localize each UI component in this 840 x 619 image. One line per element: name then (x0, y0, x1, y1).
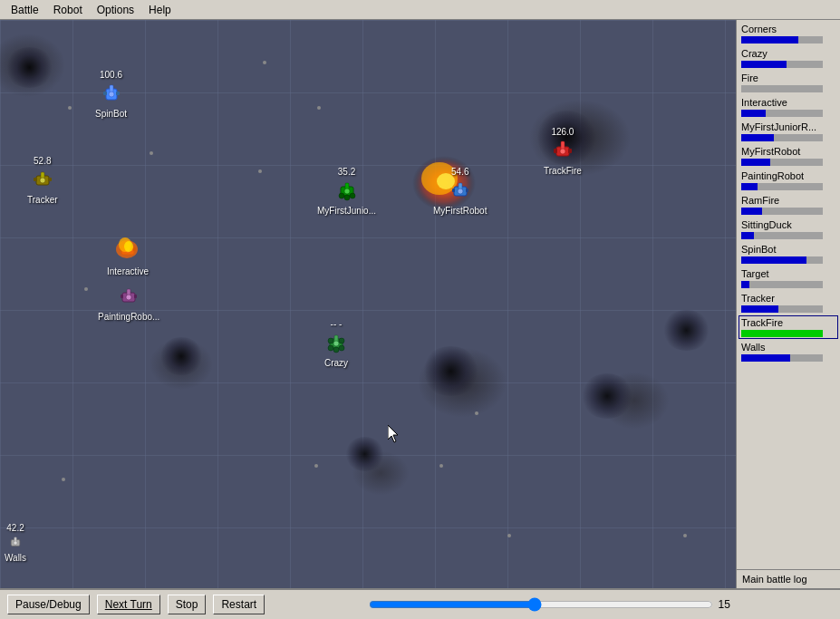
robot-health-bar-bg (741, 330, 823, 337)
damage-mark (5, 47, 54, 88)
svg-rect-38 (127, 289, 130, 296)
svg-rect-32 (121, 246, 134, 255)
robot-icon-tracker (28, 166, 57, 195)
menu-battle[interactable]: Battle (4, 2, 46, 18)
bullet (84, 287, 88, 291)
svg-rect-27 (554, 149, 557, 153)
svg-point-52 (14, 541, 17, 545)
arena-robot-myfirstjunior: 35.2 MyFirstJunio... (317, 167, 376, 216)
robot-health-bar-fill (741, 36, 798, 44)
svg-rect-41 (134, 295, 137, 298)
svg-rect-40 (121, 295, 123, 298)
robot-list-item-tracker[interactable]: Tracker (739, 291, 838, 314)
svg-point-47 (339, 345, 344, 351)
robot-list-name: TrackFire (741, 317, 835, 328)
arena-robot-walls: 42.2 Walls (5, 523, 26, 563)
svg-point-2 (109, 92, 114, 97)
menubar: Battle Robot Options Help (0, 0, 840, 20)
robot-label-myfirstjunior: MyFirstJunio... (317, 206, 376, 216)
svg-point-49 (339, 338, 344, 343)
robot-icon-crazy (322, 329, 351, 358)
bullet (475, 411, 478, 415)
arena[interactable]: 100.6 SpinBot 52.8 (0, 20, 736, 588)
robot-score-walls: 42.2 (6, 523, 24, 533)
battle-log-button[interactable]: Main battle log (737, 569, 840, 588)
restart-button[interactable]: Restart (213, 595, 265, 614)
cursor (388, 425, 401, 445)
robot-list-item-spinbot[interactable]: SpinBot (739, 242, 838, 266)
damage-mark (535, 111, 598, 165)
svg-point-18 (437, 173, 455, 189)
svg-marker-53 (388, 425, 398, 442)
robot-health-bar-bg (741, 208, 823, 215)
robot-list-name: Corners (741, 24, 835, 34)
robot-icon-walls (5, 533, 25, 553)
svg-rect-3 (103, 92, 107, 95)
damage-mark (661, 310, 711, 351)
robot-list-name: Crazy (741, 48, 835, 59)
robot-list-item-ramfire[interactable]: RamFire (739, 193, 838, 217)
svg-point-15 (350, 193, 355, 198)
svg-point-13 (339, 193, 344, 198)
robot-list-item-sittingduck[interactable]: SittingDuck (739, 218, 838, 241)
menu-robot[interactable]: Robot (46, 2, 90, 18)
menu-options[interactable]: Options (90, 2, 141, 18)
robot-list-name: SpinBot (741, 244, 835, 255)
speed-value: 15 (719, 598, 737, 611)
bullet (258, 169, 262, 173)
robot-list-item-interactive[interactable]: Interactive (739, 95, 838, 119)
robot-list-item-corners[interactable]: Corners (739, 22, 838, 45)
robot-health-bar-fill (741, 208, 762, 215)
robot-health-bar-bg (741, 61, 823, 68)
robot-health-bar-fill (741, 232, 754, 239)
robot-list-name: RamFire (741, 195, 835, 206)
next-turn-button[interactable]: Next Turn (97, 595, 160, 614)
robot-list-name: Interactive (741, 97, 835, 108)
robot-list-item-myfirstrobot[interactable]: MyFirstRobot (739, 144, 838, 168)
robot-list-item-trackfire[interactable]: TrackFire (739, 315, 838, 339)
svg-point-48 (328, 338, 333, 343)
robot-icon-spinbot (97, 80, 126, 109)
robot-health-bar-bg (741, 134, 823, 141)
svg-rect-43 (334, 335, 338, 343)
robot-list-item-paintingrobot[interactable]: PaintingRobot (739, 169, 838, 192)
bullet (683, 534, 687, 537)
arena-robot-tracker: 52.8 Tracker (27, 156, 58, 205)
arena-robot-spinbot: 100.6 SpinBot (95, 70, 127, 119)
svg-rect-1 (110, 85, 113, 92)
app: Battle Robot Options Help (0, 0, 840, 619)
svg-point-34 (125, 247, 130, 253)
svg-rect-0 (106, 89, 117, 100)
robot-list-item-myfirstjuniorr[interactable]: MyFirstJuniorR... (739, 120, 838, 143)
pause-debug-button[interactable]: Pause/Debug (7, 595, 90, 614)
arena-robot-crazy: -- - Crazy (322, 319, 351, 368)
robot-health-bar-bg (741, 36, 823, 44)
stop-button[interactable]: Stop (168, 595, 207, 614)
robot-list-item-crazy[interactable]: Crazy (739, 46, 838, 70)
svg-rect-37 (122, 293, 135, 302)
cursor-svg (388, 425, 401, 443)
robot-list-item-target[interactable]: Target (739, 266, 838, 290)
fire-svg (109, 227, 145, 263)
robot-score-myfirstjunior: 35.2 (338, 167, 355, 177)
robot-list-name: Tracker (741, 293, 835, 304)
robot-health-bar-bg (741, 159, 823, 166)
arena-robot-trackfire: 126.0 TrackFire (544, 127, 582, 176)
svg-point-31 (124, 241, 133, 252)
svg-rect-51 (14, 537, 17, 543)
menu-help[interactable]: Help (141, 2, 179, 18)
robot-health-bar-fill (741, 159, 770, 166)
robot-icon-myfirstjunior (333, 177, 362, 206)
svg-rect-24 (556, 147, 569, 156)
robot-list-item-walls[interactable]: Walls (739, 340, 838, 363)
svg-rect-33 (126, 242, 130, 249)
svg-rect-11 (345, 183, 349, 190)
svg-rect-28 (568, 149, 572, 153)
svg-point-46 (333, 347, 339, 353)
robot-health-bar-fill (741, 61, 787, 68)
robot-health-bar-fill (741, 183, 758, 190)
robot-score-trackfire: 126.0 (551, 127, 574, 137)
speed-slider[interactable] (369, 595, 713, 614)
svg-rect-6 (41, 172, 44, 179)
robot-list-item-fire[interactable]: Fire (739, 71, 838, 94)
